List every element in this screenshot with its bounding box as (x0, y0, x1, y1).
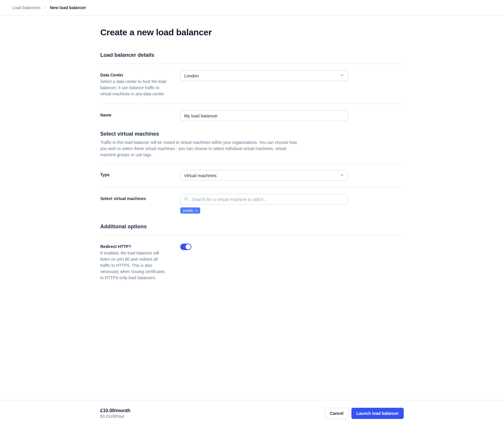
section-heading-additional: Additional options (100, 224, 404, 230)
divider (100, 235, 404, 235)
breadcrumb-parent-link[interactable]: Load balancers (12, 5, 41, 10)
type-select[interactable]: Virtual machines (180, 170, 348, 181)
tag-public: public (180, 207, 200, 214)
redirect-label: Redirect HTTP? (100, 244, 180, 249)
chevron-right-icon (44, 6, 47, 9)
section-heading-vms: Select virtual machines (100, 131, 404, 137)
name-input[interactable] (180, 110, 348, 121)
data-center-label: Data Center (100, 73, 180, 77)
redirect-http-toggle[interactable] (180, 244, 191, 250)
page-title: Create a new load balancer (100, 27, 404, 37)
search-icon (184, 197, 188, 202)
divider (100, 64, 404, 64)
data-center-select[interactable]: London (180, 70, 348, 81)
tag-label: public (183, 208, 193, 213)
close-icon[interactable] (195, 209, 198, 212)
section-desc-vms: Traffic to this load balancer will be ro… (100, 139, 297, 158)
type-label: Type (100, 172, 180, 177)
selected-tags: public (180, 207, 348, 214)
name-label: Name (100, 113, 180, 117)
divider (100, 163, 404, 164)
breadcrumb-current: New load balancer (50, 5, 86, 10)
redirect-help: If enabled, the load balancer will liste… (100, 250, 168, 281)
divider (100, 104, 404, 104)
section-heading-details: Load balancer details (100, 52, 404, 58)
svg-point-0 (185, 197, 187, 200)
breadcrumb: Load balancers New load balancer (0, 0, 504, 16)
data-center-help: Select a data center to host the load ba… (100, 79, 168, 97)
divider (100, 187, 404, 187)
select-vms-label: Select virtual machines (100, 196, 180, 201)
svg-line-1 (187, 200, 188, 201)
toggle-knob (186, 244, 191, 249)
vm-search-input[interactable] (180, 194, 348, 204)
